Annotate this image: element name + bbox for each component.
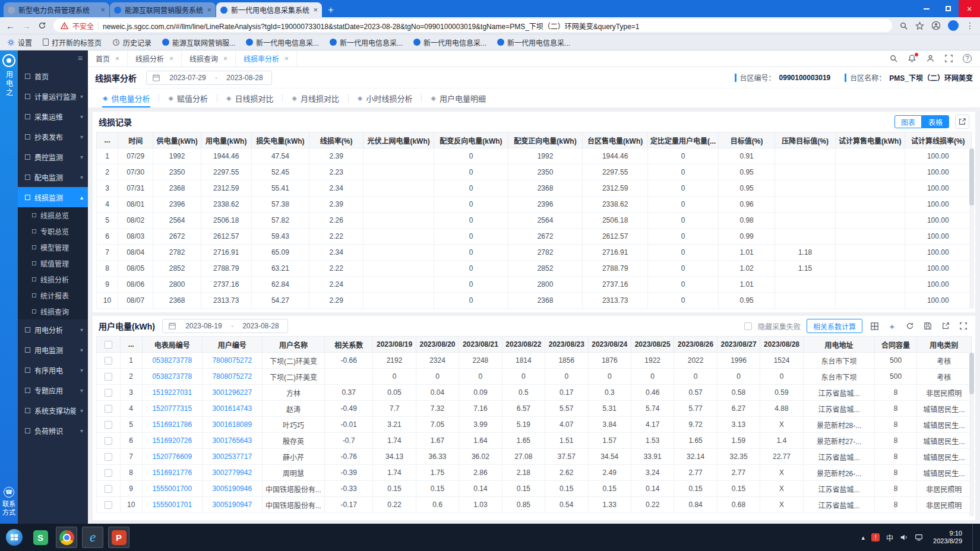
row-checkbox[interactable]: [105, 501, 112, 509]
close-window-button[interactable]: ×: [959, 0, 980, 17]
sidebar-item-orderly-usage[interactable]: 有序用电 ▾: [18, 360, 88, 380]
link-cell[interactable]: 3001614743: [202, 401, 262, 417]
correlation-calc-button[interactable]: 相关系数计算: [807, 319, 862, 333]
app-tab-loss-query[interactable]: 线损查询 ×: [182, 50, 236, 66]
row-checkbox[interactable]: [105, 373, 112, 381]
search-icon[interactable]: [889, 54, 898, 63]
sidebar-item-distribution[interactable]: 配电监测 ▾: [18, 167, 88, 187]
browser-tab-active[interactable]: 新一代用电信息采集系统 ×: [216, 2, 322, 17]
fullscreen-icon[interactable]: [957, 320, 969, 332]
bookmark-item[interactable]: 新一代用电信息采...: [413, 37, 486, 48]
ie-app-icon[interactable]: e: [82, 527, 103, 548]
sidebar-item-line-loss[interactable]: 线损监测 ▴: [18, 187, 88, 207]
row-checkbox[interactable]: [105, 421, 112, 429]
powerpoint-app-icon[interactable]: P: [108, 527, 129, 548]
sidebar-item-special-apps[interactable]: 专题应用 ▾: [18, 380, 88, 400]
link-cell[interactable]: 1520777315: [142, 401, 202, 417]
tab-hourly-loss-analysis[interactable]: ◈ 小时线损分析: [349, 88, 421, 107]
sidebar-item-metering[interactable]: 计量运行监测 ▾: [18, 86, 88, 106]
close-icon[interactable]: ×: [115, 55, 119, 63]
export-icon[interactable]: [940, 320, 951, 332]
url-input[interactable]: 不安全 neweic.js.sgcc.com.cn/#/llm/line/Lin…: [53, 19, 892, 32]
sidebar-item-load-identify[interactable]: 负荷辨识 ▾: [18, 420, 88, 441]
link-cell[interactable]: 3001765643: [202, 433, 262, 449]
tab-daily-loss-compare[interactable]: ◈ 日线损对比: [217, 88, 282, 107]
sidebar-item-home[interactable]: 首页: [18, 66, 88, 86]
link-cell[interactable]: 3001618089: [202, 417, 262, 433]
submenu-item-assignment[interactable]: 赋值管理: [18, 255, 88, 271]
user-icon[interactable]: [926, 54, 935, 63]
submenu-item-overview[interactable]: 线损总览: [18, 207, 88, 223]
link-cell[interactable]: 0538273778: [142, 353, 202, 369]
start-date[interactable]: 2023-08-19: [182, 322, 225, 330]
tab-user-energy-detail[interactable]: ◈ 用户电量明细: [422, 88, 494, 107]
link-cell[interactable]: 3005190946: [202, 481, 262, 497]
submenu-item-query[interactable]: 线损查询: [18, 303, 88, 319]
tray-alert-icon[interactable]: !: [871, 533, 880, 542]
link-cell[interactable]: 3001296227: [202, 385, 262, 401]
browser-tab[interactable]: 能源互联网营销服务系统 ×: [110, 2, 216, 17]
bookmark-item[interactable]: 新一代用电信息采...: [246, 37, 319, 48]
maximize-button[interactable]: [937, 0, 959, 17]
scrollbar-thumb[interactable]: [969, 148, 974, 205]
end-date[interactable]: 2023-08-28: [239, 322, 282, 330]
new-tab-button[interactable]: +: [323, 2, 339, 17]
bookmark-history[interactable]: 历史记录: [112, 37, 151, 48]
menu-kebab-icon[interactable]: ⋮: [966, 21, 974, 30]
link-cell[interactable]: 1516920726: [142, 433, 202, 449]
tab-monthly-loss-compare[interactable]: ◈ 月线损对比: [283, 88, 347, 107]
sidebar-item-usage-analysis[interactable]: 用电分析 ▾: [18, 319, 88, 340]
show-desktop-button[interactable]: [972, 524, 976, 551]
profile-icon[interactable]: [948, 20, 959, 31]
close-icon[interactable]: ×: [223, 55, 227, 63]
close-icon[interactable]: ×: [284, 55, 289, 63]
link-cell[interactable]: 7808075272: [202, 353, 262, 369]
back-icon[interactable]: ←: [6, 21, 15, 30]
notifications-bell-icon[interactable]: [908, 54, 916, 63]
submenu-item-special[interactable]: 专职总览: [18, 223, 88, 239]
contact-button[interactable]: ☎ 联系 方式: [0, 487, 18, 517]
vertical-scrollbar[interactable]: [969, 353, 974, 517]
network-icon[interactable]: [915, 533, 923, 542]
row-checkbox[interactable]: [105, 453, 112, 461]
sidebar-item-fee-control[interactable]: 费控监测 ▾: [18, 147, 88, 167]
submenu-item-model[interactable]: 模型管理: [18, 239, 88, 255]
taskbar-clock[interactable]: 9:10 2023/8/29: [930, 530, 966, 545]
close-icon[interactable]: ×: [100, 5, 105, 14]
bookmark-item[interactable]: 能源互联网营销服...: [162, 37, 235, 48]
bookmark-settings[interactable]: 设置: [7, 37, 32, 48]
link-cell[interactable]: 0538273778: [142, 369, 202, 385]
row-checkbox[interactable]: [105, 389, 112, 397]
sidebar-item-system-support[interactable]: 系统支撑功能 ▾: [18, 400, 88, 420]
chrome-app-icon[interactable]: [56, 527, 77, 548]
link-cell[interactable]: 1555001701: [142, 497, 202, 513]
chart-view-button[interactable]: 图表: [894, 115, 922, 128]
sidebar-item-usage-monitor[interactable]: 用电监测 ▾: [18, 340, 88, 360]
row-checkbox[interactable]: [105, 405, 112, 413]
select-all-checkbox[interactable]: [105, 341, 112, 349]
refresh-icon[interactable]: [38, 21, 46, 30]
link-cell[interactable]: 3002779942: [202, 465, 262, 481]
browser-tab[interactable]: 新型电力负荷管理系统 ×: [4, 2, 109, 17]
refresh-icon[interactable]: [904, 320, 916, 332]
minimize-button[interactable]: [916, 0, 937, 17]
input-method-indicator[interactable]: 中: [886, 533, 893, 543]
submenu-item-report[interactable]: 统计报表: [18, 287, 88, 303]
save-icon[interactable]: [922, 320, 934, 332]
sidebar-collapse-icon[interactable]: ≡: [78, 53, 83, 63]
close-icon[interactable]: ×: [169, 55, 173, 63]
bookmark-item[interactable]: 新一代用电信息采...: [497, 37, 570, 48]
row-checkbox[interactable]: [105, 469, 112, 477]
app-tab-loss-rate-analysis[interactable]: 线损率分析 ×: [236, 50, 297, 66]
app-tab-home[interactable]: 首页 ×: [88, 50, 128, 66]
volume-icon[interactable]: [900, 533, 908, 542]
link-cell[interactable]: 3002537717: [202, 449, 262, 465]
link-cell[interactable]: 1516921786: [142, 417, 202, 433]
end-date[interactable]: 2023-08-28: [223, 74, 266, 82]
date-range-picker[interactable]: 2023-07-29 - 2023-08-28: [146, 71, 272, 85]
help-icon[interactable]: ?: [963, 54, 972, 63]
add-icon[interactable]: +: [886, 320, 898, 332]
table-view-button[interactable]: 表格: [922, 115, 949, 128]
security-label[interactable]: 不安全: [72, 21, 94, 31]
app-tab-loss-analysis[interactable]: 线损分析 ×: [128, 50, 182, 66]
